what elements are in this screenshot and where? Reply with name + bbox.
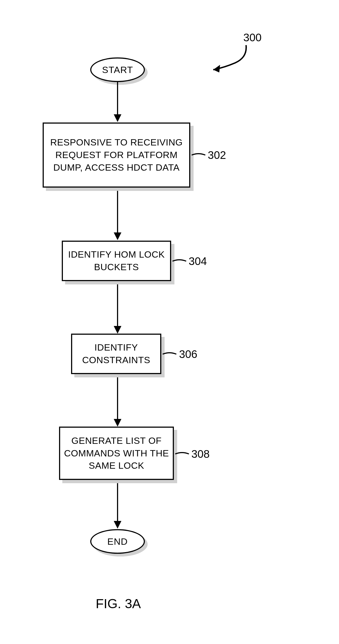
arrowhead-306-308 xyxy=(114,419,121,427)
ref-number-300: 300 xyxy=(243,31,262,44)
box-308-text: GENERATE LIST OF COMMANDS WITH THE SAME … xyxy=(63,435,170,472)
box-304: IDENTIFY HOM LOCK BUCKETS xyxy=(62,241,171,281)
leader-302 xyxy=(190,151,207,159)
end-text: END xyxy=(107,536,128,547)
box-308: GENERATE LIST OF COMMANDS WITH THE SAME … xyxy=(59,427,174,480)
box-304-text: IDENTIFY HOM LOCK BUCKETS xyxy=(66,248,167,273)
arrowhead-start-302 xyxy=(114,114,121,122)
label-304: 304 xyxy=(189,255,207,267)
arrow-start-302 xyxy=(117,82,118,115)
box-306: IDENTIFY CONSTRAINTS xyxy=(71,334,161,374)
arrow-308-end xyxy=(117,483,118,521)
arrow-304-306 xyxy=(117,284,118,327)
end-terminal: END xyxy=(90,529,145,554)
start-text: START xyxy=(102,65,133,75)
leader-308 xyxy=(174,450,190,458)
box-302-text: RESPONSIVE TO RECEIVING REQUEST FOR PLAT… xyxy=(47,136,186,174)
start-terminal: START xyxy=(90,57,145,82)
label-308: 308 xyxy=(191,448,210,460)
svg-marker-0 xyxy=(213,65,220,72)
box-302: RESPONSIVE TO RECEIVING REQUEST FOR PLAT… xyxy=(43,123,190,188)
leader-304 xyxy=(171,257,188,265)
label-302: 302 xyxy=(208,149,226,161)
box-306-text: IDENTIFY CONSTRAINTS xyxy=(75,341,157,366)
arrow-306-308 xyxy=(117,377,118,420)
arrowhead-308-end xyxy=(114,521,121,529)
leader-306 xyxy=(161,350,178,358)
ref-arrow-300 xyxy=(205,42,254,78)
label-306: 306 xyxy=(179,348,197,360)
arrowhead-302-304 xyxy=(114,232,121,240)
arrowhead-304-306 xyxy=(114,326,121,334)
figure-label: FIG. 3A xyxy=(96,596,141,611)
arrow-302-304 xyxy=(117,191,118,233)
